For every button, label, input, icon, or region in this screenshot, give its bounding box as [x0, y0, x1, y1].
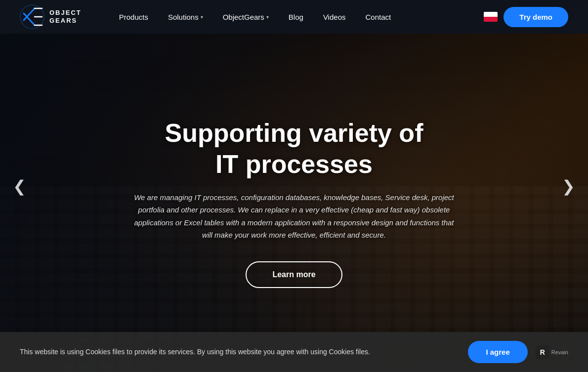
language-flag-icon[interactable]: [484, 12, 498, 22]
hero-content: Supporting variety of IT processes We ar…: [121, 118, 467, 288]
cookie-actions: I agree R Revain: [468, 341, 568, 363]
cookie-banner: This website is using Cookies files to p…: [0, 332, 588, 372]
try-demo-button[interactable]: Try demo: [504, 7, 568, 27]
revain-badge: R Revain: [536, 345, 568, 359]
nav-right: Try demo: [484, 7, 568, 27]
objectgears-chevron-icon: ▾: [266, 14, 269, 20]
hero-title: Supporting variety of IT processes: [131, 118, 457, 179]
carousel-next-button[interactable]: ❯: [554, 172, 583, 201]
logo-text: OBJECT GEARS: [49, 9, 82, 24]
navbar: OBJECT GEARS Products Solutions ▾ Object…: [0, 0, 588, 34]
revain-icon: R: [536, 345, 549, 359]
solutions-chevron-icon: ▾: [201, 14, 203, 20]
nav-item-objectgears[interactable]: ObjectGears ▾: [215, 9, 277, 25]
logo-icon: [20, 4, 44, 29]
carousel-prev-button[interactable]: ❮: [5, 172, 34, 201]
nav-item-solutions[interactable]: Solutions ▾: [160, 9, 211, 25]
nav-item-videos[interactable]: Videos: [315, 9, 354, 25]
cookie-text: This website is using Cookies files to p…: [20, 347, 370, 357]
nav-item-products[interactable]: Products: [111, 9, 156, 25]
cookie-agree-button[interactable]: I agree: [468, 341, 527, 363]
nav-item-blog[interactable]: Blog: [281, 9, 311, 25]
nav-links: Products Solutions ▾ ObjectGears ▾ Blog …: [111, 9, 484, 25]
learn-more-button[interactable]: Learn more: [246, 261, 342, 288]
logo[interactable]: OBJECT GEARS: [20, 4, 82, 29]
hero-section: ❮ Supporting variety of IT processes We …: [0, 0, 588, 372]
nav-item-contact[interactable]: Contact: [357, 9, 399, 25]
hero-subtitle: We are managing IT processes, configurat…: [131, 191, 457, 242]
